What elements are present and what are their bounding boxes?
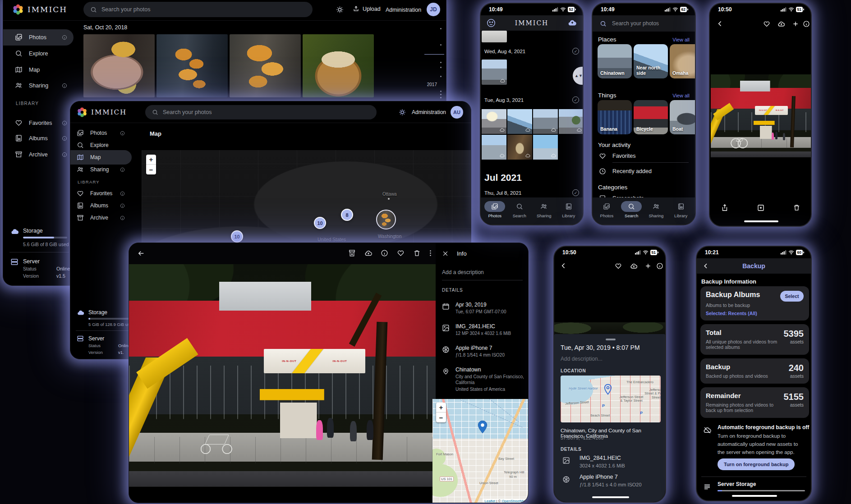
location-map[interactable]: Hyde Street Harbor Jefferson Street The … [561,376,661,422]
select-albums-button[interactable]: Select [780,291,804,302]
close-icon[interactable] [442,250,449,257]
photo-thumbnail[interactable] [533,135,558,160]
back-icon[interactable] [137,249,145,257]
nav-photos[interactable]: Photos [483,201,507,218]
info-icon[interactable] [62,120,67,126]
search-input[interactable]: Search your photos [145,105,377,119]
info-icon[interactable] [656,262,663,270]
photo-thumbnail[interactable] [507,109,532,134]
photo-thumbnail-basket[interactable] [303,34,374,97]
sidebar-item-photos[interactable]: Photos [77,129,107,137]
sidebar-item-albums[interactable]: Albums [77,202,108,209]
nav-search[interactable]: Search [507,201,532,218]
thing-card[interactable]: Boat [670,100,696,134]
drag-handle[interactable] [606,339,616,340]
theme-toggle-sun-icon[interactable] [336,6,344,14]
scroll-handle[interactable]: ▲▼ [573,67,584,85]
photo-thumbnail[interactable] [482,109,506,134]
sidebar-item-archive[interactable]: Archive [15,151,48,158]
info-icon[interactable] [120,215,125,220]
description-input[interactable]: Add description... [561,356,603,362]
photo-thumbnail[interactable] [507,135,532,160]
info-icon[interactable] [120,203,125,208]
heart-icon[interactable] [615,262,622,270]
map-cluster-marker[interactable]: 10 [314,217,326,229]
map-photo-marker[interactable] [376,210,396,229]
theme-toggle-sun-icon[interactable] [399,109,406,116]
nav-library[interactable]: Library [557,201,581,218]
nav-photos[interactable]: Photos [594,201,619,218]
map-cluster-marker[interactable]: 8 [341,209,353,221]
add-icon[interactable] [792,20,799,27]
info-icon[interactable] [62,152,67,157]
trash-icon[interactable] [793,204,800,211]
photo-thumbnail[interactable] [482,60,507,85]
back-icon[interactable] [716,20,724,27]
photo-thumbnail[interactable] [482,135,506,160]
sidebar-item-photos[interactable]: Photos [15,33,46,41]
check-circle-icon[interactable]: ✓ [572,96,579,103]
place-card[interactable]: Near north side [634,44,668,78]
sidebar-item-sharing[interactable]: Sharing [15,82,48,89]
favorites-row[interactable]: Favorites [599,152,635,160]
back-icon[interactable] [560,262,567,270]
upload-cloud-icon[interactable] [567,18,577,28]
thing-card[interactable]: Banana [598,100,632,134]
info-icon[interactable] [120,131,125,136]
sidebar-item-map[interactable]: Map [15,66,40,73]
download-icon[interactable] [348,249,356,257]
cloud-upload-icon[interactable] [364,249,373,257]
zoom-out-button[interactable]: − [436,412,446,422]
cloud-upload-icon[interactable] [777,20,785,28]
osm-link[interactable]: OpenStreetMap [502,499,527,503]
sidebar-item-albums[interactable]: Albums [15,134,48,142]
info-icon[interactable] [120,167,125,172]
administration-link[interactable]: Administration [386,7,421,13]
photo-thumbnail-mushroom-2[interactable] [156,34,228,97]
things-view-all[interactable]: View all [672,93,690,98]
profile-icon[interactable] [486,18,496,28]
photo-thumbnail[interactable] [559,109,584,134]
info-icon[interactable] [62,35,67,40]
selected-albums-label[interactable]: Selected: Recents (All) [706,311,804,316]
user-avatar[interactable]: AU [451,106,463,119]
check-circle-icon[interactable]: ✓ [572,48,579,55]
photo-thumbnail[interactable] [533,109,558,134]
sidebar-item-sharing[interactable]: Sharing [77,166,109,173]
upload-button[interactable]: Upload [353,5,381,12]
sidebar-item-explore[interactable]: Explore [77,142,109,149]
heart-icon[interactable] [763,20,770,27]
zoom-in-button[interactable]: + [146,155,156,165]
add-icon[interactable] [644,262,652,270]
sidebar-item-favorites[interactable]: Favorites [77,190,112,197]
places-view-all[interactable]: View all [672,37,690,42]
search-bar[interactable]: Search your photos [593,15,695,32]
nav-search[interactable]: Search [619,201,644,218]
zoom-in-button[interactable]: + [436,403,446,412]
photo-innout[interactable]: IN-N-OUT IN-N-OUT [711,74,811,157]
immich-logo[interactable]: IMMICH [77,107,127,118]
thing-card[interactable]: Bicycle [634,100,668,134]
heart-icon[interactable] [397,249,405,257]
info-icon[interactable] [803,20,810,27]
nav-sharing[interactable]: Sharing [532,201,557,218]
map-cluster-marker[interactable]: 10 [231,230,243,243]
photo-thumbnail-mushroom-3[interactable] [230,34,301,97]
sidebar-item-map[interactable]: Map [77,154,101,161]
description-input[interactable]: Add a description [442,269,484,275]
share-icon[interactable] [721,204,729,212]
photo-innout[interactable]: IN-N-OUT IN-N-OUT [129,264,436,487]
trash-icon[interactable] [413,249,421,257]
info-icon[interactable] [62,136,67,141]
user-avatar[interactable]: JD [427,3,440,16]
photo-thumbnail-partial[interactable] [482,31,507,42]
immich-logo[interactable]: IMMICH [12,4,67,15]
administration-link[interactable]: Administration [412,109,446,115]
sidebar-item-explore[interactable]: Explore [15,50,48,57]
cloud-upload-icon[interactable] [630,262,638,270]
info-icon[interactable] [381,249,388,257]
zoom-out-button[interactable]: − [146,165,156,174]
place-card[interactable]: Chinatown [598,44,632,78]
search-input[interactable]: Search your photos [83,2,313,17]
location-mini-map[interactable]: Fort Mason Bay Street US 101 Union Stree… [432,399,529,503]
